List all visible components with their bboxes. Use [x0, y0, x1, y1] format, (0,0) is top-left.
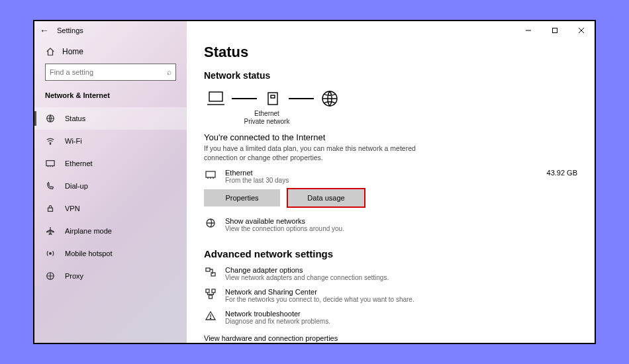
connected-desc: If you have a limited data plan, you can… — [204, 144, 422, 162]
link-sub: Diagnose and fix network problems. — [225, 318, 330, 325]
warning-icon — [204, 310, 217, 321]
svg-rect-19 — [212, 289, 215, 293]
sidebar-item-vpn[interactable]: VPN — [34, 197, 187, 220]
adapter-row: Ethernet From the last 30 days 43.92 GB — [204, 169, 577, 184]
link-sub: View the connection options around you. — [225, 225, 344, 232]
connected-title: You're connected to the Internet — [204, 132, 577, 142]
sharing-center-link[interactable]: Network and Sharing Center For the netwo… — [204, 288, 577, 303]
home-label: Home — [62, 47, 83, 56]
sidebar-item-label: Ethernet — [65, 159, 93, 167]
sidebar-item-airplane[interactable]: Airplane mode — [34, 220, 187, 242]
airplane-icon — [45, 226, 56, 236]
svg-point-22 — [210, 318, 211, 319]
svg-rect-11 — [268, 93, 277, 105]
sidebar-item-label: Dial-up — [65, 182, 88, 190]
home-icon — [45, 46, 56, 57]
sidebar-item-proxy[interactable]: Proxy — [34, 265, 187, 287]
sidebar-item-dialup[interactable]: Dial-up — [34, 175, 187, 197]
sidebar-item-ethernet[interactable]: Ethernet — [34, 152, 187, 175]
search-icon: ⌕ — [167, 68, 171, 77]
sidebar-item-hotspot[interactable]: Mobile hotspot — [34, 242, 187, 265]
window-title: Settings — [57, 26, 83, 34]
svg-rect-12 — [271, 95, 275, 98]
diagram-label: Ethernet Private network — [230, 110, 303, 126]
svg-rect-18 — [206, 289, 209, 293]
properties-button[interactable]: Properties — [204, 189, 280, 206]
sidebar-item-label: Status — [65, 114, 85, 122]
proxy-icon — [45, 271, 56, 281]
adapter-period: From the last 30 days — [225, 177, 539, 184]
router-icon — [261, 89, 285, 109]
laptop-icon — [204, 89, 228, 109]
wifi-icon — [45, 136, 56, 146]
sidebar-item-label: Airplane mode — [65, 227, 112, 235]
svg-rect-17 — [211, 273, 215, 276]
network-diagram — [204, 89, 577, 109]
link-title: Network and Sharing Center — [225, 288, 414, 296]
hotspot-icon — [45, 248, 56, 259]
adapter-name: Ethernet — [225, 169, 539, 177]
titlebar: ← Settings — [34, 21, 595, 40]
globe-icon — [45, 113, 56, 124]
sidebar: Home ⌕ Network & Internet Status Wi-Fi E… — [34, 21, 187, 343]
settings-window: ← Settings Home ⌕ Network & Internet Sta… — [33, 20, 596, 344]
back-button[interactable]: ← — [40, 25, 49, 36]
sidebar-item-label: Wi-Fi — [65, 137, 82, 145]
ethernet-icon — [45, 158, 56, 169]
globe-icon — [204, 217, 217, 228]
adapter-usage: 43.92 GB — [547, 169, 577, 177]
link-sub: View network adapters and change connect… — [225, 274, 389, 281]
adapter-icon — [204, 266, 217, 277]
main-content: Status Network status Ethernet Private n… — [187, 21, 595, 343]
sharing-icon — [204, 288, 217, 299]
sidebar-item-label: VPN — [65, 205, 80, 212]
home-link[interactable]: Home — [34, 44, 187, 64]
subheading: Network status — [204, 70, 577, 81]
sidebar-item-label: Mobile hotspot — [65, 250, 113, 257]
page-title: Status — [204, 44, 577, 61]
link-title: Change adapter options — [225, 266, 389, 274]
ethernet-icon — [204, 169, 217, 180]
vpn-icon — [45, 203, 56, 214]
sidebar-item-wifi[interactable]: Wi-Fi — [34, 130, 187, 152]
link-sub: For the networks you connect to, decide … — [225, 296, 414, 303]
globe-icon — [318, 89, 342, 109]
svg-rect-7 — [48, 208, 53, 211]
svg-rect-16 — [206, 268, 210, 271]
svg-point-8 — [50, 253, 52, 255]
troubleshooter-link[interactable]: Network troubleshooter Diagnose and fix … — [204, 310, 577, 325]
svg-point-5 — [50, 144, 50, 144]
hardware-link[interactable]: View hardware and connection properties — [204, 334, 577, 342]
section-title: Network & Internet — [34, 89, 187, 107]
link-title: Show available networks — [225, 217, 344, 225]
nav-list: Status Wi-Fi Ethernet Dial-up VPN Airpla… — [34, 107, 187, 287]
adapter-options-link[interactable]: Change adapter options View network adap… — [204, 266, 577, 281]
svg-rect-14 — [206, 171, 215, 177]
show-networks-link[interactable]: Show available networks View the connect… — [204, 217, 577, 232]
search-box[interactable]: ⌕ — [45, 64, 176, 81]
data-usage-button[interactable]: Data usage — [288, 189, 364, 206]
search-input[interactable] — [50, 68, 163, 76]
maximize-button[interactable] — [542, 22, 568, 39]
dialup-icon — [45, 181, 56, 191]
svg-rect-6 — [46, 161, 54, 166]
advanced-heading: Advanced network settings — [204, 248, 577, 259]
sidebar-item-status[interactable]: Status — [34, 107, 187, 130]
minimize-button[interactable] — [515, 22, 542, 39]
sidebar-item-label: Proxy — [65, 272, 83, 280]
link-title: Network troubleshooter — [225, 310, 330, 318]
svg-rect-10 — [209, 92, 222, 101]
svg-rect-20 — [209, 295, 213, 298]
close-button[interactable] — [568, 22, 595, 39]
svg-rect-1 — [553, 28, 557, 33]
